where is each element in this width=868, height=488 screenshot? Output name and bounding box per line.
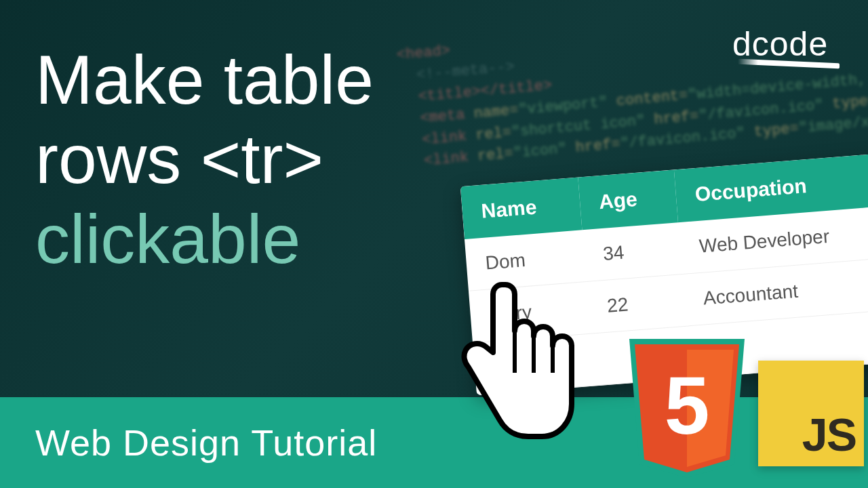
brand-logo: dcode [732,24,840,66]
html5-badge-icon: 5 [623,332,751,481]
cell-age: 22 [586,274,686,333]
js-badge-icon: JS [758,361,864,466]
table-header-name: Name [460,178,582,239]
code-line: <title></title> [399,77,553,106]
footer-label: Web Design Tutorial [35,422,377,464]
code-line: <meta [401,105,474,128]
headline-line-2: rows <tr> [35,120,374,199]
headline-line-1: Make table [35,41,374,120]
headline-line-3: clickable [35,200,374,279]
code-line: <link [406,148,478,171]
code-line: <link [403,127,476,150]
pointer-cursor-icon [444,271,580,447]
js-badge-label: JS [802,408,856,461]
brand-text: dcode [732,25,828,63]
hero-panel: <head> <!--meta--> <title></title> <meta… [0,0,868,397]
headline: Make table rows <tr> clickable [35,41,374,279]
html5-number: 5 [665,360,710,451]
cell-age: 34 [582,222,682,281]
table-header-age: Age [578,169,678,230]
code-line: <head> [396,42,451,64]
code-line: <!--meta--> [398,58,515,85]
